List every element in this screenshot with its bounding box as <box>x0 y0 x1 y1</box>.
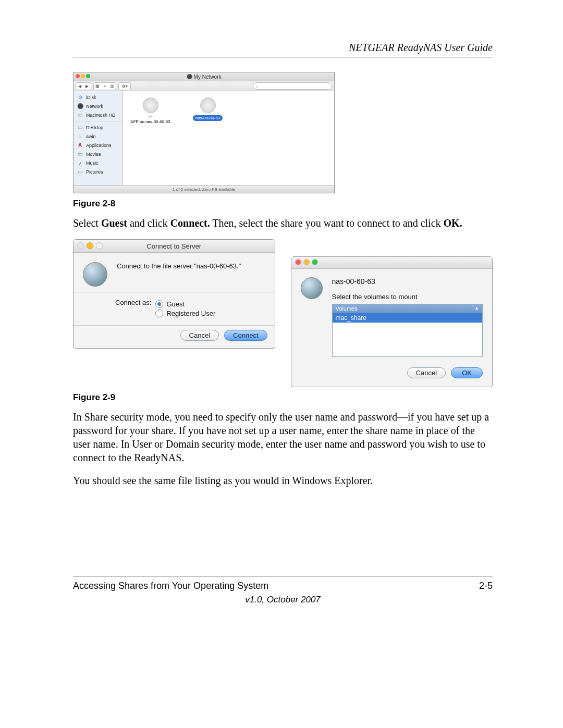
server-globe-icon <box>200 97 216 113</box>
volumes-listbox[interactable]: Volumes ▲ mac_share <box>332 304 483 357</box>
back-button[interactable]: ◀ <box>76 83 83 90</box>
finder-title: My Network <box>194 74 222 80</box>
cancel-button[interactable]: Cancel <box>180 330 219 341</box>
volumes-prompt: Select the volumes to mount <box>332 293 483 301</box>
sidebar-item-movies[interactable]: ▭ Movies <box>74 150 123 158</box>
server-name-label: nas-00-60-63 <box>332 277 483 286</box>
finder-content: P AFP on nas-00-60-63 nas-00-60-63 <box>123 91 334 185</box>
body-paragraph: You should see the same file listing as … <box>73 474 493 487</box>
zoom-icon[interactable] <box>312 259 318 265</box>
forward-button[interactable]: ▶ <box>83 83 91 90</box>
search-icon: ⌕ <box>256 84 259 89</box>
hdd-icon: ▭ <box>77 112 83 118</box>
instruction-paragraph: Select Guest and click Connect. Then, se… <box>73 216 493 230</box>
home-icon: ⌂ <box>77 133 83 140</box>
server-globe-icon <box>143 97 158 113</box>
sidebar-item-applications[interactable]: A Applications <box>74 141 123 150</box>
finder-window: ⚫ My Network ◀ ▶ ▦ ≡ ▥ ✿▾ ⌕ ⊘ <box>73 72 335 193</box>
body-paragraph: In Share security mode, you need to spec… <box>73 410 493 464</box>
search-input[interactable]: ⌕ <box>253 82 332 90</box>
view-list-button[interactable]: ≡ <box>101 83 108 90</box>
minimize-icon[interactable] <box>303 259 310 265</box>
view-column-button[interactable]: ▥ <box>108 83 116 90</box>
figure-caption: Figure 2-8 <box>73 199 493 209</box>
dialog-title: Connect to Server <box>146 242 201 250</box>
cancel-button[interactable]: Cancel <box>407 367 446 378</box>
movies-icon: ▭ <box>77 151 83 157</box>
network-item-nas[interactable]: nas-00-60-63 <box>186 97 230 121</box>
finder-sidebar: ⊘ iDisk ⚫ Network ▭ Macintosh HD ▭ Deskt… <box>74 91 123 185</box>
dialog-titlebar: Connect to Server <box>74 240 275 253</box>
sidebar-item-label: Macintosh HD <box>86 113 116 118</box>
connect-button[interactable]: Connect <box>224 330 267 341</box>
zoom-icon[interactable] <box>96 242 103 249</box>
dialog-titlebar <box>291 257 493 269</box>
minimize-icon[interactable] <box>81 74 85 78</box>
sidebar-item-label: awin <box>86 134 96 139</box>
footer-section: Accessing Shares from Your Operating Sys… <box>73 581 268 591</box>
sidebar-item-label: Applications <box>86 143 112 148</box>
network-item-afp[interactable]: P AFP on nas-00-60-63 <box>128 97 173 124</box>
sidebar-item-label: Music <box>86 161 99 166</box>
action-menu-button[interactable]: ✿▾ <box>119 83 130 90</box>
radio-guest[interactable] <box>155 300 163 308</box>
network-icon: ⚫ <box>187 74 192 79</box>
view-icon-button[interactable]: ▦ <box>94 83 101 90</box>
connect-prompt: Connect to the file server "nas-00-60-63… <box>117 262 241 270</box>
radio-label: Registered User <box>166 310 215 317</box>
volume-item[interactable]: mac_share <box>333 313 483 323</box>
footer-version: v1.0, October 2007 <box>73 595 493 605</box>
sidebar-item-macintosh-hd[interactable]: ▭ Macintosh HD <box>74 110 123 119</box>
connect-as-label: Connect as: <box>115 299 151 319</box>
pictures-icon: ▭ <box>77 168 83 175</box>
server-globe-icon <box>83 262 107 287</box>
zoom-icon[interactable] <box>86 74 90 78</box>
close-icon[interactable] <box>76 74 80 78</box>
applications-icon: A <box>77 142 83 149</box>
select-volumes-dialog: nas-00-60-63 Select the volumes to mount… <box>291 256 493 387</box>
radio-registered[interactable] <box>155 310 163 317</box>
footer-page-number: 2-5 <box>479 581 493 591</box>
volumes-column-header[interactable]: Volumes ▲ <box>333 304 483 313</box>
desktop-icon: ▭ <box>77 124 83 131</box>
radio-guest-row[interactable]: Guest <box>155 300 215 308</box>
ok-button[interactable]: OK <box>451 367 483 378</box>
radio-label: Guest <box>166 300 185 308</box>
doc-header-title: NETGEAR ReadyNAS User Guide <box>73 42 493 54</box>
finder-status-bar: 1 of 2 selected, Zero KB available <box>74 185 334 193</box>
sidebar-item-network[interactable]: ⚫ Network <box>74 102 123 110</box>
network-item-label: AFP on nas-00-60-63 <box>130 119 170 124</box>
music-icon: ♪ <box>77 159 83 166</box>
network-item-sublabel: P <box>149 115 152 119</box>
network-icon: ⚫ <box>77 103 83 109</box>
radio-registered-row[interactable]: Registered User <box>155 310 215 317</box>
sidebar-item-desktop[interactable]: ▭ Desktop <box>74 123 123 132</box>
sidebar-item-label: Movies <box>86 152 101 157</box>
sidebar-item-pictures[interactable]: ▭ Pictures <box>74 167 123 176</box>
minimize-icon[interactable] <box>87 242 93 249</box>
idisk-icon: ⊘ <box>77 94 83 101</box>
sidebar-item-label: Network <box>86 104 103 109</box>
sort-asc-icon: ▲ <box>474 305 479 312</box>
finder-titlebar: ⚫ My Network <box>74 72 334 81</box>
sidebar-item-idisk[interactable]: ⊘ iDisk <box>74 93 123 102</box>
close-icon[interactable] <box>295 259 301 265</box>
sidebar-item-music[interactable]: ♪ Music <box>74 158 123 167</box>
network-item-label: nas-00-60-63 <box>193 115 223 121</box>
sidebar-item-label: Pictures <box>86 169 103 175</box>
sidebar-item-label: iDisk <box>86 95 96 100</box>
connect-to-server-dialog: Connect to Server Connect to the file se… <box>73 239 275 349</box>
sidebar-item-home[interactable]: ⌂ awin <box>74 132 123 141</box>
finder-toolbar: ◀ ▶ ▦ ≡ ▥ ✿▾ ⌕ <box>74 81 334 91</box>
sidebar-item-label: Desktop <box>86 125 103 130</box>
figure-caption: Figure 2-9 <box>73 392 493 403</box>
close-icon[interactable] <box>77 242 84 249</box>
server-globe-icon <box>301 277 323 299</box>
